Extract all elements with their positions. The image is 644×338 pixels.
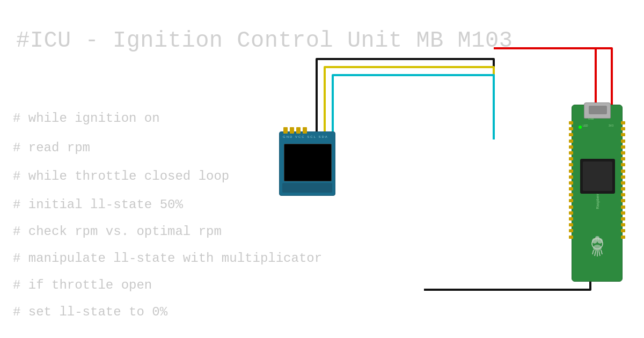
pico-pin-l20 [569,236,573,239]
pico-pin-r5 [621,145,625,149]
pico-led-label: LED [583,124,588,127]
pico-pin-l18 [569,223,573,226]
pico-pin-r19 [621,229,625,232]
oled-pin-vcc [290,127,294,134]
pico-pin-l7 [569,157,573,160]
svg-line-6 [601,250,602,254]
oled-pin-labels: GND VCC SCL SDA [283,135,328,138]
pico-pin-r3 [621,133,625,136]
pico-pin-r20 [621,236,625,239]
pico-pin-r16 [621,211,625,215]
oled-pin-gnd [283,127,288,134]
oled-bottom [282,183,332,193]
comment-line-5: # check rpm vs. optimal rpm [13,224,222,239]
yellow-wire [325,67,494,137]
svg-point-4 [593,245,602,251]
black-wire [317,59,494,137]
oled-screen [284,144,332,181]
oled-module: GND VCC SCL SDA [279,131,335,196]
comment-line-7: # if throttle open [13,278,152,292]
pico-pin-r7 [621,157,625,160]
pico-pin-l14 [569,199,573,202]
pico-pin-r4 [621,139,625,143]
svg-line-8 [599,251,600,256]
pico-pin-r17 [621,217,625,221]
pico-pin-l10 [569,175,573,179]
raspberry-pi-pico: LED USB 3V3 Raspberry Pi Pico © 2020 [572,105,623,282]
pico-pin-r2 [621,127,625,130]
oled-pcb: GND VCC SCL SDA [279,131,335,196]
pico-pin-l3 [569,133,573,136]
usb-port-inner [589,106,607,114]
pico-chip [580,159,615,194]
pico-3v3-label: 3V3 [609,124,613,127]
pico-pin-r10 [621,175,625,179]
pico-usb-label: USB [588,117,594,120]
pico-pin-l8 [569,163,573,166]
pico-pin-l16 [569,211,573,215]
usb-port [584,102,611,119]
svg-line-7 [595,251,596,256]
pico-pin-r11 [621,181,625,185]
cyan-wire [333,75,494,139]
comment-line-3: # while throttle closed loop [13,169,229,183]
pico-pin-l13 [569,193,573,196]
svg-line-5 [592,250,594,254]
pico-pin-l17 [569,217,573,221]
rpi-logo [584,233,611,260]
pico-pin-r8 [621,163,625,166]
pico-pin-r14 [621,199,625,202]
pico-led [579,126,582,129]
pico-pin-r9 [621,170,625,173]
pico-pin-l12 [569,187,573,190]
pico-pin-l2 [569,127,573,130]
pico-pin-l1 [569,121,573,124]
pico-pins-right [621,121,625,239]
pico-pin-r6 [621,151,625,155]
pico-pin-l6 [569,151,573,155]
pico-pin-l9 [569,170,573,173]
svg-point-3 [595,236,599,240]
comment-line-2: # read rpm [13,141,90,155]
oled-pins [283,127,307,134]
comment-line-8: # set ll-state to 0% [13,305,167,319]
oled-pin-sda [303,127,307,134]
black-wire-bottom [424,185,590,290]
pico-pin-r18 [621,223,625,226]
circuit-diagram: GND VCC SCL SDA LED USB 3V3 Raspberry Pi… [263,27,628,295]
pico-pin-r12 [621,187,625,190]
pico-pin-r1 [621,121,625,124]
pico-pin-l4 [569,139,573,143]
comment-line-4: # initial ll-state 50% [13,197,183,212]
pico-pin-l15 [569,205,573,209]
comment-line-1: # while ignition on [13,111,160,126]
pico-pin-r13 [621,193,625,196]
pico-pin-r15 [621,205,625,209]
pico-chip-inner [583,161,612,191]
pico-pcb: LED USB 3V3 Raspberry Pi Pico © 2020 [572,105,623,282]
pico-pin-l5 [569,145,573,149]
pico-pin-l19 [569,229,573,232]
pico-pin-l11 [569,181,573,185]
oled-pin-scl [296,127,301,134]
pico-pins-left [569,121,573,239]
